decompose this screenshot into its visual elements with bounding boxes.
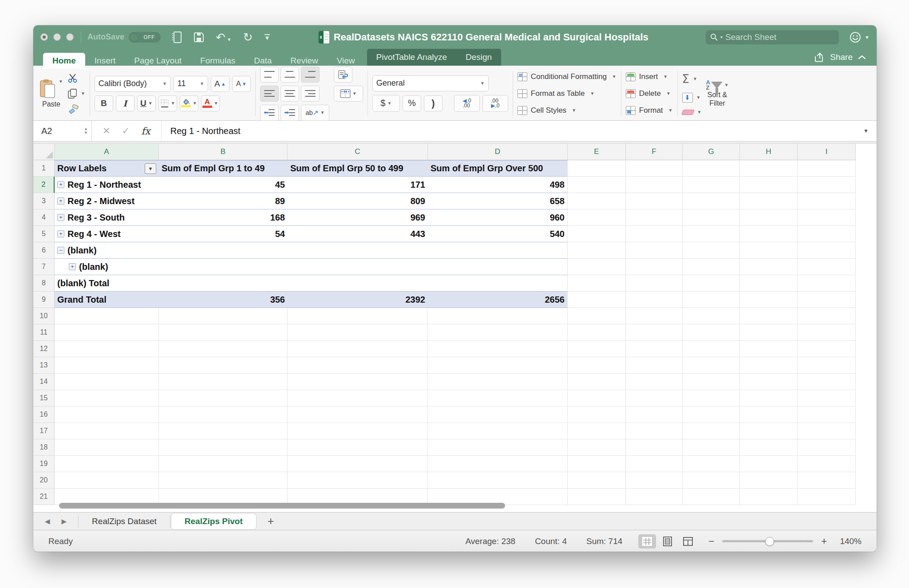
cell-H2[interactable] bbox=[740, 177, 798, 193]
copy-dropdown-arrow[interactable]: ▼ bbox=[81, 91, 85, 96]
row-header-21[interactable]: 21 bbox=[33, 489, 55, 505]
cell-H4[interactable] bbox=[740, 209, 798, 226]
cell-D8[interactable] bbox=[428, 275, 568, 292]
cell-B9[interactable]: 356 bbox=[159, 292, 288, 308]
cell-I17[interactable] bbox=[798, 423, 856, 439]
cell-E13[interactable] bbox=[568, 357, 626, 374]
normal-view-button[interactable] bbox=[638, 534, 656, 549]
prev-sheet-button[interactable]: ◀ bbox=[45, 517, 50, 525]
next-sheet-button[interactable]: ▶ bbox=[62, 517, 67, 525]
cell-F4[interactable] bbox=[626, 209, 683, 226]
ribbon-tab-formulas[interactable]: Formulas bbox=[191, 53, 245, 69]
cell-E18[interactable] bbox=[568, 439, 626, 456]
cell-C14[interactable] bbox=[288, 374, 428, 390]
format-as-table-button[interactable]: Format as Table▼ bbox=[518, 89, 617, 98]
cell-E17[interactable] bbox=[568, 423, 626, 439]
cell-B7[interactable] bbox=[159, 259, 288, 275]
row-header-20[interactable]: 20 bbox=[33, 472, 55, 489]
row-header-14[interactable]: 14 bbox=[33, 374, 55, 390]
add-sheet-button[interactable]: + bbox=[257, 515, 285, 528]
format-painter-button[interactable] bbox=[67, 104, 85, 114]
cell-E16[interactable] bbox=[568, 406, 626, 423]
cell-E4[interactable] bbox=[568, 209, 626, 226]
cell-B16[interactable] bbox=[159, 406, 288, 423]
cell-G2[interactable] bbox=[683, 177, 740, 193]
redo-button[interactable]: ↻ bbox=[243, 32, 253, 43]
ribbon-tab-home[interactable]: Home bbox=[43, 53, 85, 69]
column-header-H[interactable]: H bbox=[740, 144, 798, 160]
row-header-8[interactable]: 8 bbox=[33, 275, 55, 292]
cell-I10[interactable] bbox=[798, 308, 856, 324]
cell-I20[interactable] bbox=[798, 472, 856, 489]
cell-C10[interactable] bbox=[288, 308, 428, 324]
search-sheet-field[interactable]: ▾ Search Sheet bbox=[706, 30, 839, 44]
row-header-17[interactable]: 17 bbox=[33, 423, 55, 439]
zoom-in-button[interactable]: + bbox=[821, 536, 827, 547]
column-header-F[interactable]: F bbox=[626, 144, 683, 160]
save-button[interactable] bbox=[194, 32, 204, 43]
cell-G12[interactable] bbox=[683, 341, 740, 357]
cell-C18[interactable] bbox=[288, 439, 428, 456]
feedback-control[interactable]: ▼ bbox=[850, 32, 869, 43]
zoom-slider-thumb[interactable] bbox=[765, 537, 774, 546]
cell-F1[interactable] bbox=[626, 160, 683, 177]
cell-E8[interactable] bbox=[568, 275, 626, 292]
decrease-decimal-button[interactable]: .00▶.0 bbox=[482, 95, 508, 112]
cell-A10[interactable] bbox=[55, 308, 159, 324]
sheet-tab-realzips-pivot[interactable]: RealZips Pivot bbox=[171, 513, 256, 529]
cell-F21[interactable] bbox=[626, 489, 683, 505]
cell-G17[interactable] bbox=[683, 423, 740, 439]
cell-E10[interactable] bbox=[568, 308, 626, 324]
zoom-button[interactable] bbox=[66, 33, 74, 41]
cell-I12[interactable] bbox=[798, 341, 856, 357]
cell-B6[interactable] bbox=[159, 242, 288, 259]
cell-F13[interactable] bbox=[626, 357, 683, 374]
cut-button[interactable] bbox=[67, 73, 85, 83]
conditional-formatting-button[interactable]: Conditional Formatting▼ bbox=[518, 72, 617, 81]
cell-D11[interactable] bbox=[428, 324, 568, 341]
delete-cells-button[interactable]: Delete▼ bbox=[626, 89, 673, 98]
cell-A4[interactable]: +Reg 3 - South bbox=[55, 209, 159, 226]
cell-A14[interactable] bbox=[55, 374, 159, 390]
cell-A7[interactable]: +(blank) bbox=[55, 259, 159, 275]
cell-B3[interactable]: 89 bbox=[159, 193, 288, 209]
cell-G15[interactable] bbox=[683, 390, 740, 406]
row-header-2[interactable]: 2 bbox=[33, 177, 55, 193]
ribbon-tab-data[interactable]: Data bbox=[245, 53, 281, 69]
cell-F12[interactable] bbox=[626, 341, 683, 357]
cell-C8[interactable] bbox=[288, 275, 428, 292]
row-header-6[interactable]: 6 bbox=[33, 242, 55, 259]
row-header-3[interactable]: 3 bbox=[33, 193, 55, 209]
customize-toolbar-button[interactable]: ▼ bbox=[265, 34, 270, 40]
cell-D18[interactable] bbox=[428, 439, 568, 456]
currency-button[interactable]: $▼ bbox=[372, 95, 400, 112]
cell-G4[interactable] bbox=[683, 209, 740, 226]
cell-E15[interactable] bbox=[568, 390, 626, 406]
collapse-ribbon-icon[interactable] bbox=[858, 55, 866, 59]
borders-dropdown-arrow[interactable]: ▼ bbox=[171, 101, 175, 106]
cell-B19[interactable] bbox=[159, 456, 288, 472]
cell-H21[interactable] bbox=[740, 489, 798, 505]
cell-E19[interactable] bbox=[568, 456, 626, 472]
cell-H1[interactable] bbox=[740, 160, 798, 177]
cell-D5[interactable]: 540 bbox=[428, 226, 568, 242]
cell-H17[interactable] bbox=[740, 423, 798, 439]
expand-button-row-3[interactable]: + bbox=[57, 197, 64, 205]
cell-D15[interactable] bbox=[428, 390, 568, 406]
cell-I9[interactable] bbox=[798, 292, 856, 308]
orientation-button[interactable]: ab↗▼ bbox=[301, 105, 329, 121]
cell-B12[interactable] bbox=[159, 341, 288, 357]
expand-button-row-2[interactable]: + bbox=[57, 181, 64, 188]
cell-D13[interactable] bbox=[428, 357, 568, 374]
cell-I15[interactable] bbox=[798, 390, 856, 406]
undo-dropdown-arrow[interactable]: ▼ bbox=[227, 37, 232, 42]
cell-B20[interactable] bbox=[159, 472, 288, 489]
orientation-dropdown-arrow[interactable]: ▼ bbox=[320, 110, 324, 115]
cell-B15[interactable] bbox=[159, 390, 288, 406]
cell-H12[interactable] bbox=[740, 341, 798, 357]
cell-F7[interactable] bbox=[626, 259, 683, 275]
cell-D17[interactable] bbox=[428, 423, 568, 439]
cell-H8[interactable] bbox=[740, 275, 798, 292]
cell-A17[interactable] bbox=[55, 423, 159, 439]
cell-C3[interactable]: 809 bbox=[288, 193, 428, 209]
